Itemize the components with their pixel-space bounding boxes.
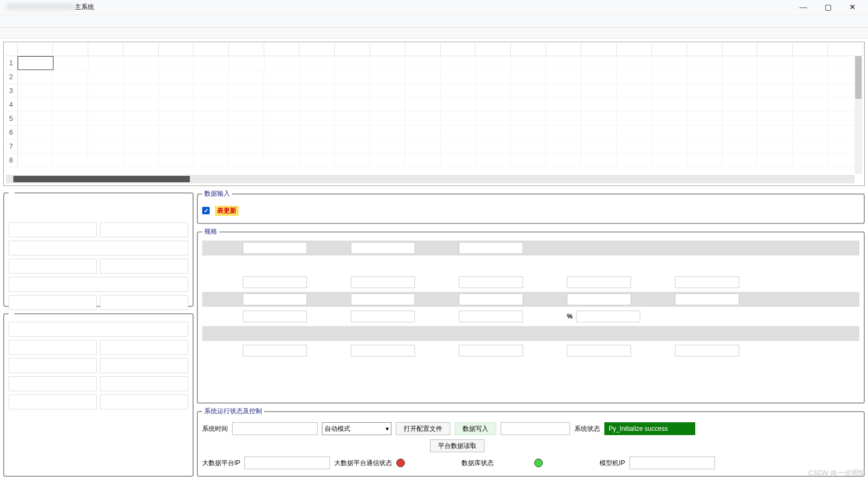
spec-input[interactable] — [243, 345, 307, 357]
left2-input[interactable] — [9, 394, 97, 409]
window-title: XXXXXXXXXXXXXXXX主系统 — [3, 3, 791, 12]
left1-input[interactable] — [9, 222, 97, 237]
specs-legend: 规格 — [202, 227, 219, 236]
db-status-led-icon — [534, 459, 543, 467]
table-update-checkbox[interactable] — [202, 207, 210, 214]
system-time-label: 系统时间 — [202, 424, 228, 433]
left-panel-1 — [3, 189, 194, 307]
platform-read-button[interactable]: 平台数据读取 — [430, 439, 485, 452]
mode-combobox[interactable]: 自动模式 — [322, 422, 391, 435]
spec-input[interactable] — [351, 242, 415, 254]
spec-input[interactable] — [675, 345, 739, 357]
bigdata-comm-label: 大数据平台通信状态 — [334, 459, 392, 468]
spec-input[interactable] — [351, 276, 415, 288]
bigdata-ip-field[interactable] — [244, 456, 330, 469]
spec-input[interactable] — [459, 311, 523, 322]
menubar[interactable] — [0, 15, 868, 28]
left2-input[interactable] — [9, 376, 97, 391]
left2-input[interactable] — [100, 340, 188, 355]
spec-input[interactable] — [675, 276, 739, 288]
window-close-button[interactable]: ✕ — [840, 0, 865, 15]
window-minimize-button[interactable]: — — [791, 0, 816, 15]
spec-input[interactable] — [567, 345, 631, 357]
column-headers — [5, 43, 863, 56]
window-titlebar: XXXXXXXXXXXXXXXX主系统 — ▢ ✕ — [0, 0, 868, 15]
left1-input[interactable] — [9, 277, 188, 292]
spec-input[interactable] — [576, 311, 640, 322]
spec-input[interactable] — [567, 293, 631, 305]
bigdata-ip-label: 大数据平台IP — [202, 459, 240, 468]
status-panel: 系统运行状态及控制 系统时间 自动模式 打开配置文件 数据写入 系统状态 Py_… — [197, 407, 865, 477]
model-ip-label: 模型机IP — [600, 459, 625, 468]
left2-input[interactable] — [9, 358, 97, 373]
cell-a1[interactable] — [18, 56, 53, 70]
left1-input[interactable] — [9, 259, 97, 274]
data-input-panel: 数据输入 表更新 — [197, 189, 865, 224]
window-maximize-button[interactable]: ▢ — [816, 0, 840, 15]
left1-input[interactable] — [100, 259, 188, 274]
watermark: CSDN @一伦明悦 — [808, 468, 865, 478]
left2-input[interactable] — [9, 322, 188, 337]
vertical-scrollbar[interactable] — [855, 56, 862, 174]
spreadsheet-body[interactable]: 1 2 3 4 5 6 7 8 — [5, 56, 863, 184]
bigdata-comm-led-icon — [396, 459, 405, 467]
left-panel-2 — [3, 310, 194, 477]
spec-input[interactable] — [459, 242, 523, 254]
percent-symbol: % — [567, 313, 573, 320]
spec-input[interactable] — [351, 311, 415, 322]
status-legend: 系统运行状态及控制 — [202, 407, 264, 416]
system-status-badge: Py_Initialize success — [604, 422, 695, 435]
left1-input[interactable] — [100, 222, 188, 237]
table-update-label: 表更新 — [215, 206, 239, 216]
specs-panel: 规格 — [197, 227, 865, 404]
left2-input[interactable] — [9, 340, 97, 355]
spec-input[interactable] — [459, 276, 523, 288]
data-input-legend: 数据输入 — [202, 189, 232, 198]
data-write-button[interactable]: 数据写入 — [455, 422, 496, 435]
spec-input[interactable] — [567, 276, 631, 288]
spec-input[interactable] — [243, 293, 307, 305]
spec-input[interactable] — [243, 311, 307, 322]
left-panel-2-legend — [9, 310, 14, 318]
spreadsheet-panel: 1 2 3 4 5 6 7 8 — [3, 42, 865, 186]
spec-input[interactable] — [459, 293, 523, 305]
spec-input[interactable] — [351, 345, 415, 357]
system-status-label: 系统状态 — [574, 424, 600, 433]
left1-input[interactable] — [9, 241, 188, 256]
spec-input[interactable] — [675, 293, 739, 305]
left2-input[interactable] — [100, 358, 188, 373]
left2-input[interactable] — [100, 394, 188, 409]
row-number: 1 — [5, 56, 18, 70]
toolbar-strip — [0, 28, 868, 38]
system-time-field[interactable] — [232, 422, 318, 435]
horizontal-scrollbar[interactable] — [6, 175, 855, 183]
left-panel-1-legend — [9, 189, 14, 197]
left1-input[interactable] — [100, 295, 188, 310]
left1-input[interactable] — [9, 295, 97, 310]
spec-input[interactable] — [351, 293, 415, 305]
spec-input[interactable] — [243, 276, 307, 288]
spec-input[interactable] — [243, 242, 307, 254]
left2-input[interactable] — [100, 376, 188, 391]
status-extra-field[interactable] — [501, 422, 570, 435]
open-config-button[interactable]: 打开配置文件 — [396, 422, 450, 435]
spec-input[interactable] — [459, 345, 523, 357]
db-status-label: 数据库状态 — [462, 459, 494, 468]
model-ip-field[interactable] — [629, 456, 715, 469]
